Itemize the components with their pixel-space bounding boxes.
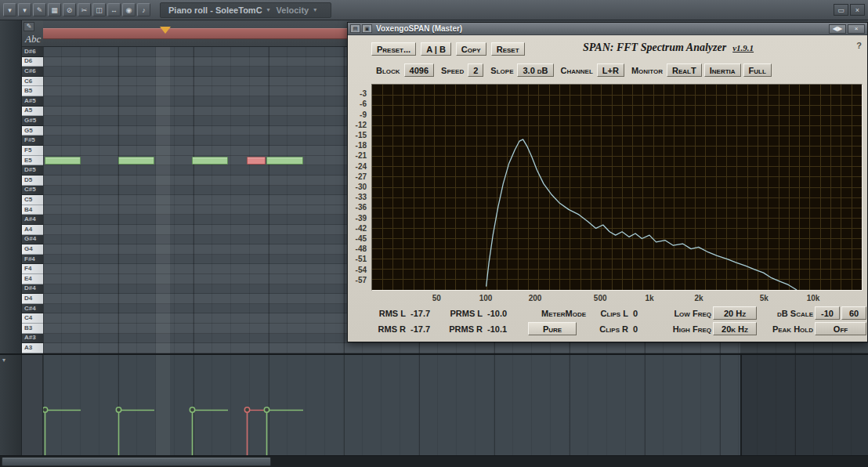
target-control-label[interactable]: Velocity: [277, 5, 309, 15]
window-title-bar[interactable]: Piano roll - SoleeTomC ▾ Velocity ▾: [160, 2, 331, 18]
piano-key-C#6[interactable]: C#6: [22, 67, 43, 77]
piano-key-label: D#4: [22, 285, 36, 291]
piano-key-label: B3: [22, 325, 32, 331]
playhead-marker[interactable]: [160, 27, 171, 34]
piano-key-D5[interactable]: D5: [22, 176, 43, 186]
preset-button[interactable]: Preset...: [371, 42, 416, 56]
piano-key-C#5[interactable]: C#5: [22, 186, 43, 196]
full-button[interactable]: Full: [743, 63, 772, 77]
toolbar-icons: ▾▾✎▦⊘✂◫↔◉♪: [3, 3, 152, 16]
slice-tool-icon[interactable]: ✂: [78, 3, 91, 16]
piano-key-A#3[interactable]: A#3: [22, 334, 43, 344]
draw-tool-icon[interactable]: ✎: [33, 3, 46, 16]
piano-key-G5[interactable]: G5: [22, 126, 43, 136]
snap-menu-icon[interactable]: ▾: [18, 3, 31, 16]
velocity-handle-5[interactable]: [264, 407, 303, 457]
piano-key-A4[interactable]: A4: [22, 225, 43, 235]
high-freq-button[interactable]: 20k Hz: [713, 322, 757, 335]
piano-key-B3[interactable]: B3: [22, 324, 43, 334]
piano-key-E5[interactable]: E5: [22, 156, 43, 166]
clips-r-value: 0: [630, 322, 652, 335]
inertia-button[interactable]: Inertia: [704, 63, 741, 77]
piano-key-E4[interactable]: E4: [22, 274, 43, 284]
piano-key-F#5[interactable]: F#5: [22, 136, 43, 146]
meter-mode-pure-button[interactable]: Pure: [528, 322, 577, 335]
clips-l-label: Clips L: [588, 306, 628, 320]
stretch-tool-icon[interactable]: ↔: [107, 3, 121, 16]
velocity-handle-1[interactable]: [43, 407, 81, 457]
peak-hold-button[interactable]: Off: [815, 322, 866, 335]
chevron-down-icon[interactable]: ▾: [2, 357, 5, 364]
plugin-close-button[interactable]: ×: [848, 24, 865, 34]
note-E5-4[interactable]: [247, 157, 266, 165]
piano-key-D#6[interactable]: D#6: [22, 47, 43, 57]
pencil-icon[interactable]: ✎: [24, 22, 34, 31]
plugin-detach-icon[interactable]: ▣: [362, 24, 372, 33]
span-version[interactable]: v1.9.1: [732, 43, 754, 52]
help-icon[interactable]: ?: [856, 41, 862, 50]
ab-compare-button[interactable]: A | B: [421, 42, 451, 56]
zoom-tool-icon[interactable]: ◉: [122, 3, 136, 16]
db-scale-min-button[interactable]: -10: [815, 306, 840, 320]
piano-key-B4[interactable]: B4: [22, 205, 43, 215]
horizontal-scrollbar[interactable]: [0, 455, 868, 467]
piano-key-C4[interactable]: C4: [22, 313, 43, 324]
piano-key-C6[interactable]: C6: [22, 77, 43, 87]
select-tool-icon[interactable]: ◫: [92, 3, 106, 16]
scrollbar-handle[interactable]: [2, 458, 271, 466]
piano-key-A5[interactable]: A5: [22, 107, 43, 117]
reset-button[interactable]: Reset: [491, 42, 525, 56]
velocity-handle-2[interactable]: [116, 407, 154, 457]
piano-key-G4[interactable]: G4: [22, 244, 43, 255]
prev-next-preset-button[interactable]: ◀▶: [829, 24, 846, 34]
channel-button[interactable]: L+R: [597, 63, 624, 77]
piano-key-D#4[interactable]: D#4: [22, 284, 43, 295]
piano-key-B5[interactable]: B5: [22, 86, 43, 96]
paint-tool-icon[interactable]: ▦: [48, 3, 61, 16]
piano-key-C5[interactable]: C5: [22, 195, 43, 205]
piano-key-D#5[interactable]: D#5: [22, 165, 43, 176]
piano-key-D6[interactable]: D6: [22, 57, 43, 67]
monitor-realt-button[interactable]: RealT: [667, 63, 702, 77]
chevron-down-icon[interactable]: ▾: [313, 6, 316, 13]
velocity-left-gutter[interactable]: ▾: [0, 355, 22, 455]
note-E5-5[interactable]: [266, 157, 303, 165]
piano-keys: D#6D6C#6C6B5A#5A5G#5G5F#5F5E5D#5D5C#5C5B…: [22, 47, 43, 353]
slope-button[interactable]: 3.0 dB: [517, 63, 553, 77]
piano-key-F5[interactable]: F5: [22, 146, 43, 156]
span-app-title: SPAN: FFT Spectrum Analyzerv1.9.1: [583, 42, 754, 54]
piano-key-A#4[interactable]: A#4: [22, 215, 43, 225]
velocity-handle-4[interactable]: [244, 407, 266, 457]
low-freq-button[interactable]: 20 Hz: [713, 306, 757, 320]
piano-key-A#5[interactable]: A#5: [22, 96, 43, 107]
piano-key-F#4[interactable]: F#4: [22, 255, 43, 265]
speed-button[interactable]: 2: [468, 63, 483, 77]
plugin-title-bar[interactable]: ▤▣ VoxengoSPAN (Master) ◀▶ ×: [348, 23, 867, 35]
block-size-button[interactable]: 4096: [404, 63, 434, 77]
plugin-menu-icon[interactable]: ▤: [350, 24, 360, 33]
copy-button[interactable]: Copy: [456, 42, 486, 56]
note-E5-1[interactable]: [45, 157, 81, 165]
piano-key-label: B5: [22, 88, 32, 94]
main-menu-icon[interactable]: ▾: [3, 3, 16, 16]
delete-tool-icon[interactable]: ⊘: [63, 3, 76, 16]
piano-key-label: G#5: [22, 118, 36, 124]
piano-key-G#5[interactable]: G#5: [22, 116, 43, 126]
piano-key-A3[interactable]: A3: [22, 343, 43, 353]
db-scale-range-button[interactable]: 60: [841, 306, 866, 320]
piano-key-F4[interactable]: F4: [22, 264, 43, 274]
piano-key-C#4[interactable]: C#4: [22, 304, 43, 314]
spectrum-display[interactable]: [371, 84, 863, 291]
preview-tool-icon[interactable]: ♪: [137, 3, 150, 16]
piano-key-D4[interactable]: D4: [22, 294, 43, 304]
db-tick-label: -9: [360, 111, 367, 119]
piano-key-label: D#6: [22, 49, 36, 55]
piano-key-G#4[interactable]: G#4: [22, 235, 43, 245]
velocity-handle-3[interactable]: [190, 407, 228, 457]
close-button[interactable]: ×: [850, 4, 865, 16]
note-E5-2[interactable]: [118, 157, 154, 165]
prms-l-value: -10.0: [484, 306, 517, 320]
note-E5-3[interactable]: [192, 157, 228, 165]
chevron-down-icon[interactable]: ▾: [267, 6, 270, 13]
maximize-button[interactable]: ▭: [834, 4, 848, 16]
